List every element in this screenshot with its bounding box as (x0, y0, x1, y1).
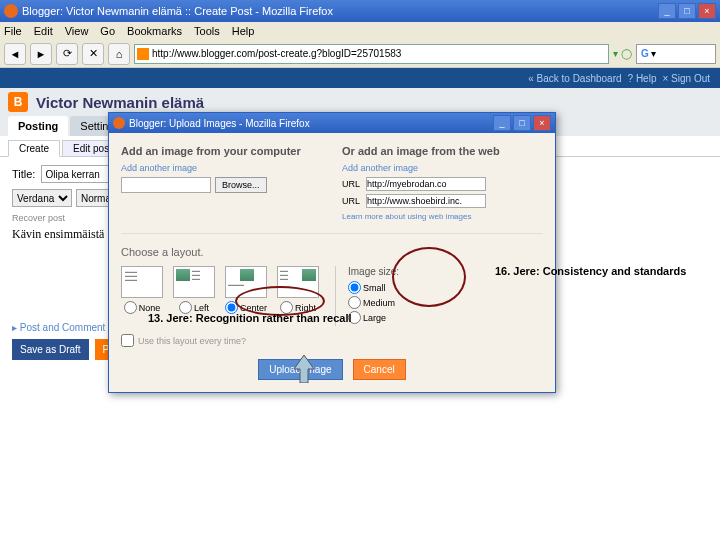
menu-tools[interactable]: Tools (194, 25, 220, 37)
label-right: Right (295, 303, 316, 313)
browser-titlebar: Blogger: Victor Newmanin elämä :: Create… (0, 0, 720, 22)
add-another-link-web[interactable]: Add another image (342, 163, 543, 173)
thumb-right[interactable]: ▬▬▬▬▬▬ (277, 266, 319, 298)
popup-close-button[interactable]: × (533, 115, 551, 131)
popup-minimize-button[interactable]: _ (493, 115, 511, 131)
computer-heading: Add an image from your computer (121, 145, 322, 157)
upload-computer-col: Add an image from your computer Add anot… (121, 145, 322, 221)
firefox-icon (113, 117, 125, 129)
radio-medium[interactable] (348, 296, 361, 309)
menu-view[interactable]: View (65, 25, 89, 37)
svg-marker-0 (294, 355, 314, 383)
search-box[interactable]: G▾ (636, 44, 716, 64)
size-title: Image size: (348, 266, 399, 277)
subtab-create[interactable]: Create (8, 140, 60, 157)
save-draft-button[interactable]: Save as Draft (12, 339, 89, 360)
maximize-button[interactable]: □ (678, 3, 696, 19)
stop-button[interactable]: ✕ (82, 43, 104, 65)
close-button[interactable]: × (698, 3, 716, 19)
web-heading: Or add an image from the web (342, 145, 543, 157)
annotation-16: 16. Jere: Consistency and standards (495, 265, 686, 277)
radio-none[interactable] (124, 301, 137, 314)
label-center: Center (240, 303, 267, 313)
annotation-13: 13. Jere: Recognition rather than recall (148, 312, 352, 324)
thumb-none[interactable]: ▬▬▬▬▬▬▬▬▬ (121, 266, 163, 298)
help-link[interactable]: ? Help (628, 73, 657, 84)
window-title: Blogger: Victor Newmanin elämä :: Create… (22, 5, 658, 17)
popup-title: Blogger: Upload Images - Mozilla Firefox (129, 118, 493, 129)
font-family-select[interactable]: Verdana (12, 189, 72, 207)
label-medium: Medium (363, 298, 395, 308)
blogger-logo-icon: B (8, 92, 28, 112)
label-none: None (139, 303, 161, 313)
label-small: Small (363, 283, 386, 293)
forward-button[interactable]: ► (30, 43, 52, 65)
layout-title: Choose a layout. (121, 246, 543, 258)
reload-button[interactable]: ⟳ (56, 43, 78, 65)
remember-checkbox[interactable] (121, 334, 134, 347)
menu-edit[interactable]: Edit (34, 25, 53, 37)
toolbar: ◄ ► ⟳ ✕ ⌂ http://www.blogger.com/post-cr… (0, 40, 720, 68)
url-label-1: URL (342, 179, 362, 189)
browse-button[interactable]: Browse... (215, 177, 267, 193)
remember-row: Use this layout every time? (121, 334, 543, 347)
menu-help[interactable]: Help (232, 25, 255, 37)
menubar: File Edit View Go Bookmarks Tools Help (0, 22, 720, 40)
go-button[interactable]: ▾ ◯ (613, 48, 632, 59)
blogger-header: « Back to Dashboard ? Help × Sign Out (0, 68, 720, 88)
annotation-arrow-icon (292, 355, 316, 385)
home-button[interactable]: ⌂ (108, 43, 130, 65)
layout-options: ▬▬▬▬▬▬▬▬▬ None ▬▬▬▬▬▬ Left ▬▬▬▬ Center ▬… (121, 266, 319, 314)
firefox-icon (4, 4, 18, 18)
url-input-1[interactable] (366, 177, 486, 191)
file-path-input[interactable] (121, 177, 211, 193)
thumb-left[interactable]: ▬▬▬▬▬▬ (173, 266, 215, 298)
radio-small[interactable] (348, 281, 361, 294)
menu-file[interactable]: File (4, 25, 22, 37)
label-left: Left (194, 303, 209, 313)
url-text: http://www.blogger.com/post-create.g?blo… (152, 48, 401, 59)
popup-titlebar: Blogger: Upload Images - Mozilla Firefox… (109, 113, 555, 133)
learn-more-link[interactable]: Learn more about using web images (342, 212, 543, 221)
upload-web-col: Or add an image from the web Add another… (342, 145, 543, 221)
address-bar[interactable]: http://www.blogger.com/post-create.g?blo… (134, 44, 609, 64)
back-dashboard-link[interactable]: « Back to Dashboard (528, 73, 621, 84)
url-label-2: URL (342, 196, 362, 206)
cancel-button[interactable]: Cancel (353, 359, 406, 380)
signout-link[interactable]: × Sign Out (662, 73, 710, 84)
title-label: Title: (12, 168, 35, 180)
menu-go[interactable]: Go (100, 25, 115, 37)
add-another-link[interactable]: Add another image (121, 163, 322, 173)
label-large: Large (363, 313, 386, 323)
popup-maximize-button[interactable]: □ (513, 115, 531, 131)
divider (121, 233, 543, 234)
popup-body: Add an image from your computer Add anot… (109, 133, 555, 392)
menu-bookmarks[interactable]: Bookmarks (127, 25, 182, 37)
thumb-center[interactable]: ▬▬▬▬ (225, 266, 267, 298)
minimize-button[interactable]: _ (658, 3, 676, 19)
tab-posting[interactable]: Posting (8, 116, 68, 136)
favicon-icon (137, 48, 149, 60)
blog-title: Victor Newmanin elämä (36, 94, 204, 111)
upload-popup: Blogger: Upload Images - Mozilla Firefox… (108, 112, 556, 393)
back-button[interactable]: ◄ (4, 43, 26, 65)
window-buttons: _ □ × (658, 3, 716, 19)
url-input-2[interactable] (366, 194, 486, 208)
remember-label: Use this layout every time? (138, 336, 246, 346)
